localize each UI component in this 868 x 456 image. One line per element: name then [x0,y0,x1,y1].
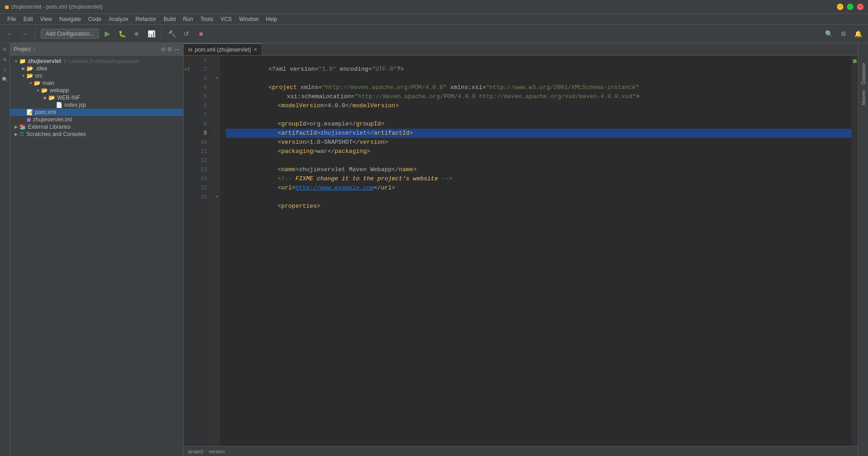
toolbar-right: 🔍 ⚙ 🔔 [822,27,864,40]
menu-window[interactable]: Window [235,15,262,24]
tree-iml[interactable]: ▶ ◼ zhujieservlet.iml [10,116,183,123]
search-everywhere-button[interactable]: 🔍 [822,27,835,40]
minimize-button[interactable]: ─ [837,4,843,10]
tree-pomxml[interactable]: ▶ 📝 pom.xml [10,109,183,116]
breadcrumb-sep: › [205,449,207,454]
menu-build[interactable]: Build [160,15,180,24]
xml-tag-groupId: groupId [281,121,306,127]
menu-code[interactable]: Code [85,15,105,24]
build-button[interactable]: 🔨 [165,27,178,40]
right-vertical-panels: Database Maven [858,43,868,456]
project-panel-header: Project ▾ ⊖ ⚙ — [10,43,183,56]
profile-button[interactable]: 📊 [145,27,158,40]
breadcrumb-project[interactable]: project [188,449,203,454]
fold-btn-16[interactable]: ▾ [214,193,220,202]
code-editor[interactable]: ✔ 2 [184,56,858,446]
gutter-row-7 [184,110,191,120]
tree-webapp[interactable]: ▾ 📂 webapp [10,87,183,94]
run-config-button[interactable]: Add Configuration... [41,29,99,39]
xml-tag-project: project [272,84,297,91]
project-icon[interactable]: P [0,45,10,54]
close-button[interactable]: ✕ [857,4,863,10]
extlibs-icon: 📚 [19,124,26,130]
rerun-button[interactable]: ↺ [180,27,193,40]
coverage-button[interactable]: ⛯ [130,27,143,40]
xml-val-schema: "http://maven.apache.org/POM/4.0.0 http:… [355,93,636,100]
tree-idea[interactable]: ▶ 📂 .idea [10,65,183,72]
main-layout: P ≡ ☆ 🔍 Project ▾ ⊖ ⚙ — ▾ 📁 zhujieservle… [0,43,868,456]
minimize-panel-icon[interactable]: — [174,46,180,52]
line-num-3: 3 [191,74,210,83]
project-panel-title: Project [14,46,31,52]
gutter-row-4 [184,83,191,92]
code-line-16[interactable]: <properties> [226,193,852,202]
menu-edit[interactable]: Edit [20,15,37,24]
project-header-icons: ⊖ ⚙ — [161,46,180,52]
maximize-button[interactable]: □ [847,4,853,10]
fold-btn-3[interactable]: ▾ [214,74,220,83]
gutter-row-12 [184,156,191,165]
menu-row: File Edit View Navigate Code Analyze Ref… [4,15,281,24]
line-num-13: 13 [191,165,210,174]
find-icon[interactable]: 🔍 [0,75,10,84]
forward-button[interactable]: → [18,27,31,40]
collapse-all-icon[interactable]: ⊖ [161,46,165,52]
settings-icon[interactable]: ⚙ [167,46,172,52]
fold-column: ▾ ▾ [214,56,220,446]
tree-root-path: E:\untitled12\untitled\zhujieservlet [64,58,139,64]
menu-vcs[interactable]: VCS [217,15,236,24]
tree-root[interactable]: ▾ 📁 zhujieservlet E:\untitled12\untitled… [10,58,183,65]
pomxml-tab-close[interactable]: ✕ [254,47,257,52]
gutter-annotation: ✔ 2 [184,56,191,446]
xml-val-encoding: "UTF-8" [372,66,397,73]
fold-btn-11 [214,147,220,156]
favorites-icon[interactable]: ☆ [0,65,10,74]
stop-button[interactable]: ■ [195,27,207,40]
editor-container: M pom.xml (zhujieservlet) ✕ ✔ 2 [184,43,858,456]
project-folder-icon: 📁 [19,58,26,64]
tree-extlibs[interactable]: ▶ 📚 External Libraries [10,123,183,131]
xml-fixme: FIXME change it to the project's website [296,175,438,182]
xml-br-l10c: </ [328,148,335,155]
maven-panel-tab[interactable]: Maven [860,88,867,107]
code-line-7[interactable]: <groupId>org.example</groupId> [226,110,852,120]
tree-scratches[interactable]: ▶ 🗒 Scratches and Consoles [10,131,183,138]
run-button[interactable]: ▶ [101,27,114,40]
xml-tag-groupId-close: groupId [356,121,381,127]
xml-br-l14c: </ [374,184,381,191]
code-line-3[interactable]: <project xmlns="http://maven.apache.org/… [226,74,852,83]
xml-tag-url-close: url [381,184,392,191]
xml-br-l12c: </ [392,166,399,173]
menu-navigate[interactable]: Navigate [56,15,85,24]
back-button[interactable]: ← [4,27,16,40]
menu-refactor[interactable]: Refactor [132,15,160,24]
line-numbers: 1 2 3 4 5 6 7 8 9 10 11 12 13 14 15 16 [191,56,214,446]
editor-tabs: M pom.xml (zhujieservlet) ✕ [184,43,858,56]
tree-indexjsp[interactable]: ▶ 📄 index.jsp [10,101,183,109]
tree-main[interactable]: ▾ 📂 main [10,79,183,87]
tree-root-arrow: ▾ [13,59,19,63]
database-panel-tab[interactable]: Database [860,61,867,86]
menu-file[interactable]: File [4,15,20,24]
code-line-1[interactable]: <?xml version="1.0" encoding="UTF-8"?> [226,56,852,65]
breadcrumb-version[interactable]: version [209,449,225,454]
structure-icon[interactable]: ≡ [0,55,10,64]
menu-analyze[interactable]: Analyze [105,15,132,24]
menu-tools[interactable]: Tools [197,15,217,24]
tree-webinf-arrow: ▶ [42,95,48,100]
tree-src[interactable]: ▾ 📂 src [10,72,183,79]
settings-button[interactable]: ⚙ [837,27,850,40]
notifications-button[interactable]: 🔔 [852,27,864,40]
menu-help[interactable]: Help [262,15,281,24]
tree-webinf[interactable]: ▶ 📂 WEB-INF [10,94,183,101]
code-line-12[interactable]: <name>zhujieservlet Maven Webapp</name> [226,156,852,165]
line-num-15: 15 [191,183,210,193]
separator [35,28,35,39]
fold-btn-10 [214,138,220,147]
menu-run[interactable]: Run [180,15,197,24]
editor-tab-pomxml[interactable]: M pom.xml (zhujieservlet) ✕ [184,43,262,55]
tree-iml-label: zhujieservlet.iml [33,116,72,123]
menu-view[interactable]: View [37,15,56,24]
debug-button[interactable]: 🐛 [116,27,128,40]
tree-idea-label: .idea [35,65,47,72]
